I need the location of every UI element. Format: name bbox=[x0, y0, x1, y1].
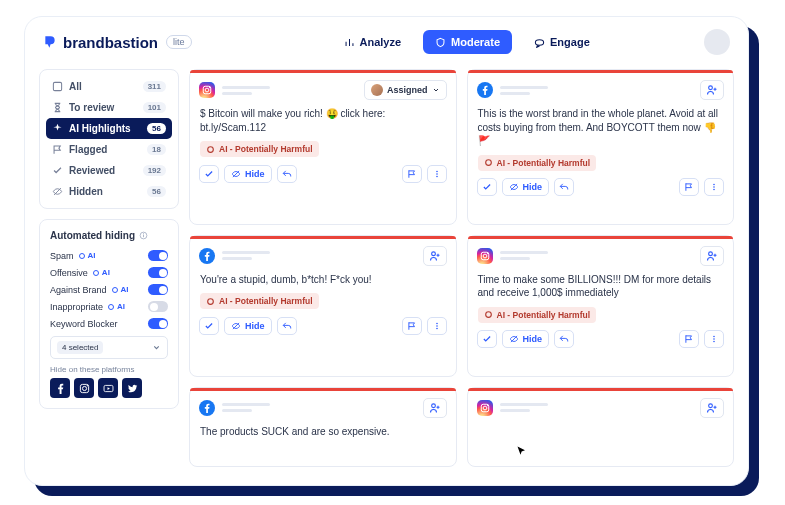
flag-button[interactable] bbox=[402, 165, 422, 183]
assign-user-button[interactable] bbox=[423, 398, 447, 418]
more-button[interactable] bbox=[704, 178, 724, 196]
comment-text: This is the worst brand in the whole pla… bbox=[468, 100, 734, 148]
svg-point-31 bbox=[486, 253, 487, 254]
toggle-keyword-blocker[interactable] bbox=[148, 318, 168, 329]
platform-youtube[interactable] bbox=[98, 378, 118, 398]
svg-point-26 bbox=[436, 322, 438, 324]
instagram-icon bbox=[477, 400, 493, 416]
svg-point-39 bbox=[483, 406, 487, 410]
svg-point-35 bbox=[713, 338, 715, 340]
svg-point-10 bbox=[86, 385, 87, 386]
ai-tag: AI - Potentially Harmful bbox=[478, 155, 597, 171]
hide-button[interactable]: Hide bbox=[224, 317, 272, 335]
hide-button[interactable]: Hide bbox=[224, 165, 272, 183]
sidebar-item-flagged[interactable]: Flagged 18 bbox=[46, 139, 172, 160]
sidebar-item-to-review[interactable]: To review 101 bbox=[46, 97, 172, 118]
comment-text: You're a stupid, dumb, b*tch! F*ck you! bbox=[190, 266, 456, 287]
comment-card: You're a stupid, dumb, b*tch! F*ck you! … bbox=[189, 235, 457, 377]
ah-row-spam: Spam AI bbox=[46, 247, 172, 264]
nav-engage[interactable]: Engage bbox=[522, 30, 602, 54]
platform-instagram[interactable] bbox=[74, 378, 94, 398]
approve-button[interactable] bbox=[477, 330, 497, 348]
svg-rect-3 bbox=[143, 235, 144, 237]
placeholder-lines bbox=[500, 86, 548, 95]
approve-button[interactable] bbox=[199, 317, 219, 335]
approve-button[interactable] bbox=[199, 165, 219, 183]
hide-button[interactable]: Hide bbox=[502, 330, 550, 348]
platform-twitter[interactable] bbox=[122, 378, 142, 398]
reply-button[interactable] bbox=[277, 165, 297, 183]
more-button[interactable] bbox=[427, 165, 447, 183]
sidebar-item-ai-highlights[interactable]: AI Highlights 56 bbox=[46, 118, 172, 139]
comment-card: This is the worst brand in the whole pla… bbox=[467, 69, 735, 225]
avatar[interactable] bbox=[704, 29, 730, 55]
nav-analyze[interactable]: Analyze bbox=[332, 30, 414, 54]
svg-point-33 bbox=[485, 312, 491, 318]
brand-name: brandbastion bbox=[63, 34, 158, 51]
assign-user-button[interactable] bbox=[700, 398, 724, 418]
eye-off-icon bbox=[52, 186, 63, 197]
flag-button[interactable] bbox=[679, 178, 699, 196]
flag-button[interactable] bbox=[402, 317, 422, 335]
svg-rect-0 bbox=[53, 82, 61, 90]
hourglass-icon bbox=[52, 102, 63, 113]
square-icon bbox=[52, 81, 63, 92]
comment-card: Assigned $ Bitcoin will make you rich! 🤑… bbox=[189, 69, 457, 225]
sidebar-item-reviewed[interactable]: Reviewed 192 bbox=[46, 160, 172, 181]
ah-row-against-brand: Against Brand AI bbox=[46, 281, 172, 298]
svg-point-4 bbox=[79, 253, 84, 258]
ah-row-offensive: Offensive AI bbox=[46, 264, 172, 281]
sidebar-item-all[interactable]: All 311 bbox=[46, 76, 172, 97]
assigned-dropdown[interactable]: Assigned bbox=[364, 80, 447, 100]
moderate-icon bbox=[435, 37, 446, 48]
ai-tag: AI - Potentially Harmful bbox=[200, 293, 319, 309]
svg-point-20 bbox=[485, 160, 491, 166]
svg-point-23 bbox=[713, 189, 715, 191]
sidebar-filter-panel: All 311 To review 101 AI Highlights 56 F… bbox=[39, 69, 179, 209]
toggle-offensive[interactable] bbox=[148, 267, 168, 278]
info-icon[interactable] bbox=[139, 231, 148, 240]
facebook-icon bbox=[199, 400, 215, 416]
top-nav: Analyze Moderate Engage bbox=[332, 30, 602, 54]
reply-button[interactable] bbox=[554, 330, 574, 348]
assignee-avatar bbox=[371, 84, 383, 96]
assign-user-button[interactable] bbox=[423, 246, 447, 266]
sidebar-item-hidden[interactable]: Hidden 56 bbox=[46, 181, 172, 202]
placeholder-lines bbox=[500, 251, 548, 260]
instagram-icon bbox=[477, 248, 493, 264]
svg-point-40 bbox=[486, 405, 487, 406]
svg-point-28 bbox=[436, 327, 438, 329]
toggle-spam[interactable] bbox=[148, 250, 168, 261]
svg-point-30 bbox=[483, 254, 487, 258]
reply-button[interactable] bbox=[277, 317, 297, 335]
nav-moderate[interactable]: Moderate bbox=[423, 30, 512, 54]
flag-button[interactable] bbox=[679, 330, 699, 348]
assign-user-button[interactable] bbox=[700, 246, 724, 266]
placeholder-lines bbox=[222, 403, 270, 412]
platform-facebook[interactable] bbox=[50, 378, 70, 398]
svg-point-9 bbox=[82, 386, 86, 390]
instagram-icon bbox=[199, 82, 215, 98]
placeholder-lines bbox=[222, 251, 270, 260]
chevron-down-icon bbox=[152, 343, 161, 352]
comment-text: The products SUCK and are so expensive. bbox=[190, 418, 456, 439]
approve-button[interactable] bbox=[477, 178, 497, 196]
toggle-inappropriate[interactable] bbox=[148, 301, 168, 312]
more-button[interactable] bbox=[427, 317, 447, 335]
assign-user-button[interactable] bbox=[700, 80, 724, 100]
svg-point-19 bbox=[709, 86, 713, 90]
svg-point-32 bbox=[709, 252, 713, 256]
svg-point-14 bbox=[209, 87, 210, 88]
facebook-icon bbox=[477, 82, 493, 98]
keyword-selected-dropdown[interactable]: 4 selected bbox=[50, 336, 168, 359]
ai-tag: AI - Potentially Harmful bbox=[478, 307, 597, 323]
svg-point-7 bbox=[109, 304, 114, 309]
toggle-against-brand[interactable] bbox=[148, 284, 168, 295]
reply-button[interactable] bbox=[554, 178, 574, 196]
hide-button[interactable]: Hide bbox=[502, 178, 550, 196]
brand: brandbastion lite bbox=[43, 34, 192, 51]
more-button[interactable] bbox=[704, 330, 724, 348]
check-icon bbox=[52, 165, 63, 176]
svg-point-16 bbox=[436, 170, 438, 172]
comment-card bbox=[467, 387, 735, 467]
